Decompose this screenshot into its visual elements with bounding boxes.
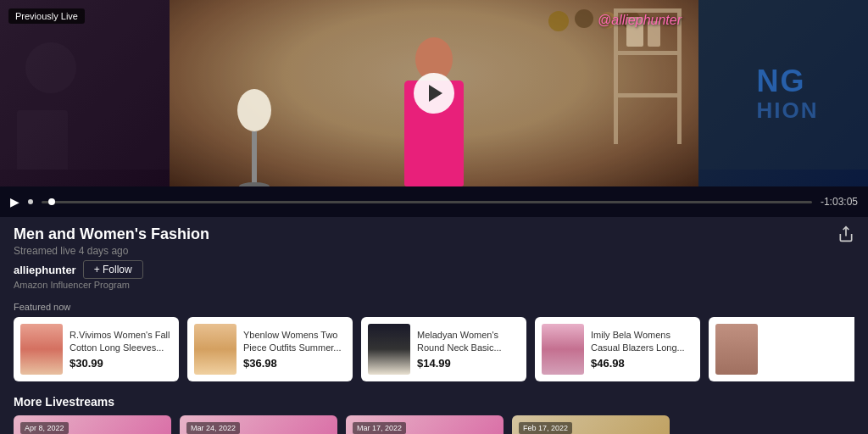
product-name-1: R.Vivimos Women's Fall Cotton Long Sleev… [70, 329, 172, 353]
svg-point-17 [237, 89, 271, 131]
svg-point-1 [25, 42, 76, 93]
product-name-2: Ybenlow Womens Two Piece Outfits Summer.… [243, 329, 346, 353]
products-section: Featured now R.Vivimos Women's Fall Cott… [0, 297, 868, 388]
svg-rect-12 [614, 93, 682, 97]
product-price-4: $46.98 [591, 357, 693, 370]
svg-rect-9 [404, 127, 464, 186]
play-icon [429, 85, 442, 102]
channel-sub: Amazon Influencer Program [14, 280, 209, 290]
video-title: Men and Women's Fashion [14, 225, 209, 243]
svg-rect-13 [614, 8, 618, 144]
more-section: More Livestreams Apr 8, 2022 LiveLooks W… [0, 388, 868, 434]
product-card[interactable]: Ybenlow Womens Two Piece Outfits Summer.… [187, 317, 353, 381]
livestream-card-3[interactable]: Mar 17, 2022 LiveLooks WITH ALLIE BEST O… [346, 415, 504, 434]
video-controls: ▶ -1:03:05 [0, 186, 868, 217]
product-price-3: $14.99 [417, 357, 520, 370]
product-card[interactable] [709, 317, 854, 381]
share-button[interactable] [837, 225, 854, 247]
product-info-4: Imily Bela Womens Casual Blazers Long...… [591, 329, 693, 370]
product-info-2: Ybenlow Womens Two Piece Outfits Summer.… [243, 329, 346, 370]
product-name-3: Meladyan Women's Round Neck Basic... [417, 329, 520, 353]
product-name-4: Imily Bela Womens Casual Blazers Long... [591, 329, 693, 353]
product-card[interactable]: R.Vivimos Women's Fall Cotton Long Sleev… [14, 317, 179, 381]
info-section: Men and Women's Fashion Streamed live 4 … [0, 217, 868, 297]
product-image-2 [194, 324, 236, 375]
channel-row: alliephunter + Follow [14, 260, 209, 279]
product-image-5 [715, 324, 758, 375]
svg-point-4 [575, 9, 593, 28]
product-card[interactable]: Imily Bela Womens Casual Blazers Long...… [535, 317, 700, 381]
ls-date-4: Feb 17, 2022 [519, 422, 572, 434]
video-player: @alliephunter NG HION Previously Live [0, 0, 868, 186]
play-button[interactable] [414, 73, 454, 114]
svg-rect-14 [677, 8, 682, 144]
ls-date-3: Mar 17, 2022 [353, 422, 406, 434]
featured-label: Featured now [14, 302, 854, 312]
product-info-1: R.Vivimos Women's Fall Cotton Long Sleev… [70, 329, 172, 370]
livestreams-row: Apr 8, 2022 LiveLooks WITH ALLIE BEST OF… [14, 415, 854, 434]
control-play-button[interactable]: ▶ [10, 195, 19, 209]
product-image-4 [542, 324, 584, 375]
time-display: -1:03:05 [821, 196, 858, 208]
username-overlay: @alliephunter [598, 13, 682, 28]
product-card[interactable]: Meladyan Women's Round Neck Basic... $14… [361, 317, 526, 381]
more-livestreams-title: More Livestreams [14, 395, 854, 409]
channel-name[interactable]: alliephunter [14, 264, 76, 276]
page-container: @alliephunter NG HION Previously Live [0, 0, 868, 434]
previously-live-badge: Previously Live [8, 8, 85, 24]
follow-button[interactable]: + Follow [83, 260, 143, 279]
ls-bg-1: Apr 8, 2022 LiveLooks WITH ALLIE BEST OF… [14, 415, 171, 434]
video-panel-center[interactable]: @alliephunter [170, 0, 698, 186]
svg-rect-11 [614, 51, 682, 55]
products-row: R.Vivimos Women's Fall Cotton Long Sleev… [14, 317, 854, 381]
ls-person-3 [457, 431, 504, 434]
ls-bg-3: Mar 17, 2022 LiveLooks WITH ALLIE BEST O… [346, 415, 504, 434]
ls-date-2: Mar 24, 2022 [186, 422, 240, 434]
livestream-card-1[interactable]: Apr 8, 2022 LiveLooks WITH ALLIE BEST OF… [14, 415, 171, 434]
svg-rect-18 [252, 131, 257, 186]
svg-point-19 [239, 182, 270, 186]
product-price-2: $36.98 [243, 357, 346, 370]
ls-person-4 [623, 431, 670, 434]
progress-indicator [48, 198, 55, 205]
product-info-3: Meladyan Women's Round Neck Basic... $14… [417, 329, 520, 370]
product-image-1 [20, 324, 63, 375]
product-price-1: $30.99 [70, 357, 172, 370]
video-panel-right: NG HION [698, 0, 868, 186]
livestream-card-2[interactable]: Mar 24, 2022 LiveLooks WITH ALLIE BEST O… [180, 415, 337, 434]
ls-date-1: Apr 8, 2022 [20, 422, 69, 434]
video-panel-left [0, 0, 170, 186]
ls-person-1 [125, 431, 171, 434]
product-image-3 [368, 324, 410, 375]
stream-date: Streamed live 4 days ago [14, 245, 209, 257]
ls-bg-2: Mar 24, 2022 LiveLooks WITH ALLIE BEST O… [180, 415, 337, 434]
info-left: Men and Women's Fashion Streamed live 4 … [14, 225, 209, 290]
svg-rect-2 [17, 110, 68, 170]
livestream-card-4[interactable]: Feb 17, 2022 LiveLooks WITH ALLIE WARM W… [512, 415, 670, 434]
video-panel-right-text: NG HION [748, 64, 819, 122]
ls-person-2 [291, 431, 337, 434]
ls-bg-4: Feb 17, 2022 LiveLooks WITH ALLIE WARM W… [512, 415, 670, 434]
svg-point-3 [548, 11, 569, 31]
control-dot [28, 199, 33, 204]
progress-bar[interactable] [42, 201, 812, 203]
